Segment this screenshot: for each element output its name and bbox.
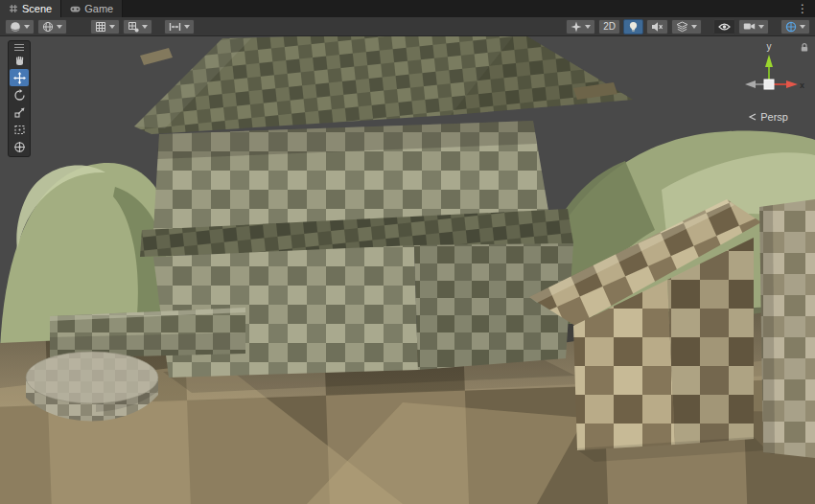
kebab-menu-icon: ⋮ xyxy=(797,3,808,14)
gizmo-sphere-icon xyxy=(785,21,797,33)
camera-icon xyxy=(743,21,756,32)
layers-icon xyxy=(676,21,688,33)
window-menu-button[interactable]: ⋮ xyxy=(790,0,815,17)
dropdown-arrow-icon xyxy=(184,25,190,29)
grid-snap-icon xyxy=(128,21,139,33)
game-tab-icon xyxy=(70,5,81,13)
star-icon xyxy=(570,21,582,33)
camera-settings-dropdown[interactable] xyxy=(738,19,769,34)
axis-y-handle[interactable] xyxy=(765,55,773,67)
visibility-toggle[interactable] xyxy=(713,19,735,34)
unity-scene-view-window: Scene Game ⋮ xyxy=(0,0,815,504)
rect-tool[interactable] xyxy=(10,121,29,138)
hand-icon xyxy=(13,55,26,67)
snap-move-icon xyxy=(169,21,181,33)
axis-x-handle[interactable] xyxy=(786,80,798,88)
dropdown-arrow-icon xyxy=(109,25,115,29)
scale-tool[interactable] xyxy=(10,103,29,121)
projection-toggle[interactable]: Persp xyxy=(748,111,788,123)
right-wall[interactable] xyxy=(759,199,815,458)
view-tool[interactable] xyxy=(10,52,29,69)
gizmos-dropdown[interactable] xyxy=(780,19,810,34)
tab-game-label: Game xyxy=(84,3,113,14)
shading-mode-dropdown[interactable] xyxy=(5,19,35,34)
tab-game[interactable]: Game xyxy=(61,0,123,17)
light-bulb-icon xyxy=(628,21,639,33)
grid-icon xyxy=(95,21,106,33)
rotate-tool[interactable] xyxy=(10,86,29,103)
axis-x-label: x xyxy=(800,80,804,90)
dropdown-arrow-icon xyxy=(24,25,30,29)
dropdown-arrow-icon xyxy=(57,25,62,29)
grid-visibility-dropdown[interactable] xyxy=(90,19,120,34)
orientation-gizmo[interactable]: y x xyxy=(731,38,807,115)
fx-dropdown[interactable] xyxy=(566,19,595,34)
dropdown-arrow-icon xyxy=(142,25,148,29)
grid-snap-dropdown[interactable] xyxy=(123,19,152,34)
scene-render xyxy=(0,36,815,504)
orientation-gizmo-render: y x xyxy=(731,38,807,115)
rotate-icon xyxy=(13,89,26,102)
scene-tab-icon xyxy=(9,4,18,13)
snap-settings-dropdown[interactable] xyxy=(164,19,195,34)
wire-globe-icon xyxy=(42,21,54,33)
tab-scene-label: Scene xyxy=(22,3,52,14)
stone-wall[interactable] xyxy=(50,308,245,358)
scene-toolbar: 2D xyxy=(0,17,815,36)
persp-cone-icon xyxy=(748,112,757,122)
shaded-sphere-icon xyxy=(10,21,21,33)
transform-icon xyxy=(13,141,26,153)
tab-strip: Scene Game ⋮ xyxy=(0,0,815,17)
2d-toggle[interactable]: 2D xyxy=(598,19,620,34)
tools-palette-grip[interactable] xyxy=(10,42,29,52)
dropdown-arrow-icon xyxy=(691,25,697,29)
tab-scene[interactable]: Scene xyxy=(0,0,61,17)
move-arrows-icon xyxy=(13,72,26,84)
tools-palette xyxy=(8,40,31,157)
axis-negx-handle[interactable] xyxy=(745,80,756,88)
dropdown-arrow-icon xyxy=(585,25,591,29)
transform-tool[interactable] xyxy=(10,138,29,155)
projection-label: Persp xyxy=(760,111,788,123)
scale-icon xyxy=(13,106,26,119)
speaker-muted-icon xyxy=(651,21,664,33)
move-tool[interactable] xyxy=(10,69,29,86)
eye-icon xyxy=(718,22,731,32)
lighting-toggle[interactable] xyxy=(623,19,643,34)
gizmo-center-cube[interactable] xyxy=(764,80,774,89)
2d-toggle-label: 2D xyxy=(603,21,616,32)
axis-y-label: y xyxy=(767,41,772,52)
audio-toggle[interactable] xyxy=(646,19,668,34)
rect-icon xyxy=(13,124,26,136)
scene-viewport[interactable] xyxy=(0,36,815,504)
camera-view-dropdown[interactable] xyxy=(37,19,67,34)
dropdown-arrow-icon xyxy=(800,25,805,29)
effects-dropdown[interactable] xyxy=(671,19,702,34)
dropdown-arrow-icon xyxy=(758,25,764,29)
